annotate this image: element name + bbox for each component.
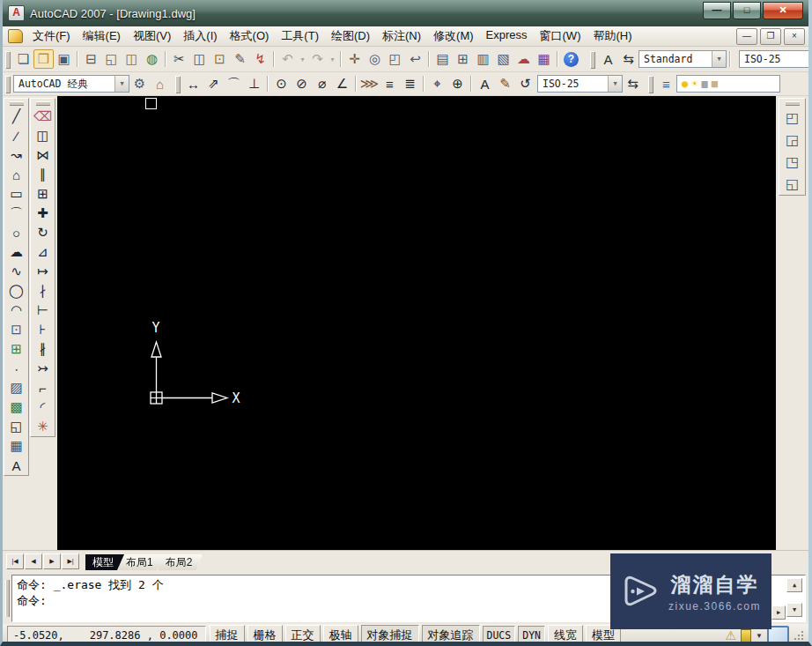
redo-options-button[interactable]: ▾ [328, 49, 337, 69]
move-tool-button[interactable]: ✚ [33, 204, 54, 223]
bring-to-front-button[interactable]: ◰ [782, 107, 803, 129]
menu-file[interactable]: 文件(F) [26, 26, 77, 46]
ortho-toggle[interactable]: 正交 [285, 625, 321, 646]
fillet-tool-button[interactable]: ◜ [33, 397, 54, 417]
command-scroll-up-button[interactable]: ▲ [786, 578, 802, 592]
toolbar-grip[interactable] [786, 101, 800, 105]
layer-lock-icon[interactable]: ▩ [701, 78, 707, 90]
dimension-update-button[interactable]: ↺ [515, 74, 535, 93]
dim-style-combo[interactable]: ISO-25 ▼ [537, 75, 623, 93]
layer-freeze-icon[interactable]: ☀ [691, 78, 698, 90]
chevron-down-icon[interactable]: ▼ [712, 51, 726, 67]
layer-on-icon[interactable]: ● [682, 78, 688, 90]
ordinate-dimension-button[interactable]: ⊥ [244, 74, 264, 93]
toolbar-grip[interactable] [5, 76, 10, 93]
menu-express[interactable]: Express [480, 26, 534, 46]
construction-line-tool-button[interactable]: ∕ [6, 126, 27, 145]
menu-view[interactable]: 视图(V) [127, 26, 177, 46]
resize-grip[interactable] [794, 630, 804, 641]
markup-set-manager-button[interactable]: ☁ [513, 49, 534, 69]
gradient-tool-button[interactable]: ▩ [6, 397, 27, 417]
line-tool-button[interactable]: ╱ [6, 107, 27, 126]
multiline-text-tool-button[interactable]: A [6, 456, 27, 475]
zoom-realtime-button[interactable]: ◎ [365, 49, 385, 69]
coordinate-readout[interactable]: -5.0520, 297.8286 , 0.0000 [7, 626, 206, 645]
open-file-button[interactable]: ❒ [33, 49, 54, 69]
tab-layout1[interactable]: 布局1 [119, 554, 164, 570]
send-under-objects-button[interactable]: ◱ [782, 173, 803, 195]
workspace-settings-button[interactable]: ⚙ [129, 74, 150, 93]
make-block-tool-button[interactable]: ⊞ [6, 339, 27, 359]
spline-tool-button[interactable]: ∿ [6, 262, 27, 281]
grid-toggle[interactable]: 栅格 [247, 625, 283, 646]
polygon-tool-button[interactable]: ⌂ [6, 165, 27, 184]
menu-help[interactable]: 帮助(H) [587, 26, 638, 46]
join-tool-button[interactable]: ↣ [33, 359, 54, 378]
menu-tools[interactable]: 工具(T) [275, 26, 325, 46]
mdi-restore-button[interactable]: ❐ [760, 28, 781, 45]
drawing-file-icon[interactable] [8, 29, 23, 43]
mirror-tool-button[interactable]: ⋈ [33, 145, 54, 165]
mdi-close-button[interactable]: × [784, 28, 805, 45]
menu-draw[interactable]: 绘图(D) [325, 26, 376, 46]
ellipse-arc-tool-button[interactable]: ◠ [6, 301, 27, 320]
osnap-toggle[interactable]: 对象捕捉 [361, 625, 419, 646]
new-file-button[interactable]: ❏ [13, 49, 33, 69]
menu-modify[interactable]: 修改(M) [427, 26, 480, 46]
tab-last-button[interactable]: ▶| [62, 553, 79, 569]
layer-properties-manager-button[interactable]: ≡ [656, 74, 676, 93]
cut-button[interactable]: ✂ [169, 49, 189, 69]
workspace-combo[interactable]: AutoCAD 经典 ▼ [13, 75, 129, 93]
command-scroll-down-button[interactable]: ▼ [786, 603, 802, 617]
toolbar-grip[interactable] [648, 76, 653, 93]
title-bar[interactable]: A AutoCAD 2007 - [Drawing1.dwg] — □ ✕ [3, 0, 808, 26]
tool-palettes-button[interactable]: ▥ [473, 49, 493, 69]
extend-tool-button[interactable]: ⊢ [33, 301, 54, 320]
block-editor-button[interactable]: ↯ [250, 49, 270, 69]
toolbar-grip[interactable] [10, 101, 24, 105]
my-workspace-button[interactable]: ⌂ [150, 74, 170, 93]
tab-next-button[interactable]: ▶ [43, 553, 61, 569]
text-style-combo[interactable]: Standard ▼ [639, 50, 727, 68]
trusted-dwg-icon[interactable] [741, 629, 751, 642]
menu-dimension[interactable]: 标注(N) [376, 26, 427, 46]
bring-above-objects-button[interactable]: ◳ [782, 151, 803, 173]
diameter-dimension-button[interactable]: ⌀ [312, 74, 332, 93]
radius-dimension-button[interactable]: ⊙ [271, 74, 292, 93]
send-to-back-button[interactable]: ◲ [782, 129, 803, 151]
erase-tool-button[interactable]: ⌫ [33, 107, 54, 126]
menu-edit[interactable]: 编辑(E) [77, 26, 127, 46]
chamfer-tool-button[interactable]: ⌐ [33, 378, 54, 397]
tolerance-button[interactable]: ⌖ [427, 74, 447, 93]
menu-window[interactable]: 窗口(W) [534, 26, 587, 46]
plot-preview-button[interactable]: ◱ [101, 49, 122, 69]
linear-dimension-button[interactable]: ↔ [183, 74, 203, 93]
layer-combo[interactable]: ●☀▩■ [676, 75, 780, 93]
tray-dropdown-icon[interactable]: ▼ [756, 632, 763, 640]
otrack-toggle[interactable]: 对象追踪 [422, 625, 480, 646]
break-at-point-tool-button[interactable]: ⊦ [33, 320, 54, 339]
menu-format[interactable]: 格式(O) [224, 26, 276, 46]
dimension-text-edit-button[interactable]: A [475, 74, 495, 93]
toolbar-grip[interactable] [175, 76, 180, 93]
copy-button[interactable]: ◫ [189, 49, 210, 69]
close-button[interactable]: ✕ [763, 2, 803, 19]
properties-button[interactable]: ▤ [432, 49, 453, 69]
paste-button[interactable]: ⊡ [210, 49, 230, 69]
save-file-button[interactable]: ▣ [54, 49, 74, 69]
toolbar-grip[interactable] [5, 51, 10, 68]
toolbar-grip[interactable] [590, 51, 594, 68]
rotate-tool-button[interactable]: ↻ [33, 223, 54, 242]
chevron-down-icon[interactable]: ▼ [114, 76, 129, 92]
arc-tool-button[interactable]: ⌒ [6, 204, 27, 223]
dimension-edit-button[interactable]: ✎ [495, 74, 515, 93]
dim-style-combo-top[interactable]: ISO-25 ▼ [739, 50, 808, 68]
drawing-canvas[interactable]: Y X [57, 96, 776, 550]
dim-style-edit-button[interactable]: ⇆ [618, 49, 639, 69]
publish-web-button[interactable]: ◍ [142, 49, 162, 69]
lineweight-toggle[interactable]: 线宽 [548, 625, 583, 646]
quickcalc-button[interactable]: ▦ [534, 49, 554, 69]
layer-plot-icon[interactable]: ■ [712, 78, 718, 90]
snap-toggle[interactable]: 捕捉 [210, 625, 245, 646]
text-style-button[interactable]: A [598, 49, 618, 69]
